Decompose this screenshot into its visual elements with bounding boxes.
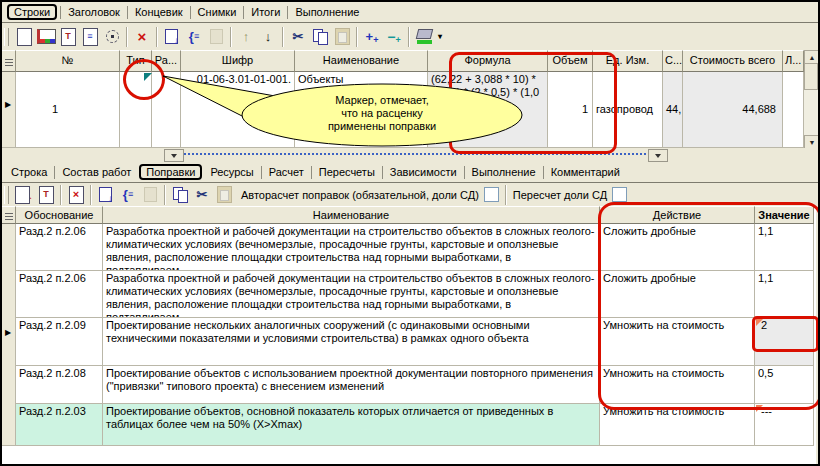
apply-correction-icon[interactable]: ► [13,184,35,206]
cell-name[interactable]: Разработка проектной и рабочей документа… [103,271,600,318]
column-header-name2[interactable]: Наименование [103,206,600,224]
cell-volume[interactable]: 1 [548,72,593,148]
move-down-icon[interactable]: ↓ [257,26,279,48]
cell-basis[interactable]: Разд.2 п.2.09 [16,318,103,366]
scrollbar-thumb[interactable] [804,63,818,90]
column-header-volume[interactable]: Объем [548,50,593,72]
fill-color-icon[interactable] [413,26,435,48]
tab-itogi[interactable]: Итоги [245,4,286,20]
parameters-document-icon[interactable]: ≡ [79,26,101,48]
delete-row-icon[interactable]: × [131,26,153,48]
tab-sostav-rabot[interactable]: Состав работ [56,164,137,180]
toolbar-separator [408,27,410,47]
autocalc-checkbox[interactable] [484,187,499,202]
cell-basis[interactable]: Разд.2 п.2.03 [16,404,103,446]
paste-icon[interactable] [331,26,353,48]
splitter-collapse-right-icon[interactable] [648,149,668,162]
delete-correction-icon[interactable]: × [65,184,87,206]
tab-resursy[interactable]: Ресурсы [204,164,259,180]
cut-icon[interactable]: ✂ [287,26,309,48]
cell-value[interactable]: 0,5 [755,366,814,404]
column-header-type[interactable]: Тип [120,50,152,72]
column-header-value[interactable]: Значение [755,206,814,224]
cell-action[interactable]: Умножить на стоимость [600,366,755,404]
tab-koncevik[interactable]: Концевик [129,4,189,20]
insert-block-icon[interactable]: {≡ [117,184,139,206]
tab-zavisimosti[interactable]: Зависимости [384,164,463,180]
row-indicator-icon [5,59,13,67]
tab-stroka[interactable]: Строка [5,164,53,180]
toolbar-separator [126,27,128,47]
column-header-l[interactable]: Л... [783,50,804,72]
column-header-total[interactable]: Стоимость всего [683,50,783,72]
paste-icon[interactable] [213,184,235,206]
tab-separator [382,166,383,179]
cell-name[interactable]: Проектирование нескольких аналогичных со… [103,318,600,366]
cut-icon[interactable]: ✂ [191,184,213,206]
tab-snimki[interactable]: Снимки [192,4,243,20]
tab-raschet[interactable]: Расчет [263,164,310,180]
cell-type[interactable] [120,72,152,148]
column-header-action[interactable]: Действие [600,206,755,224]
tab-zagolovok[interactable]: Заголовок [62,4,126,20]
cell-basis[interactable]: Разд.2 п.2.08 [16,366,103,404]
cell-value[interactable]: 2 [755,318,814,366]
toolbar-grip[interactable] [4,28,9,46]
tab-vypolnenie[interactable]: Выполнение [289,4,365,20]
duplicate-row-icon[interactable] [205,26,227,48]
row-indicator-icon [5,213,13,221]
cell-value[interactable]: 1,1 [755,271,814,318]
cell-num[interactable]: 1 [16,72,120,148]
goto-position-icon[interactable] [101,26,123,48]
tab-stroki[interactable]: Строки [7,4,57,20]
tab-separator [543,166,544,179]
cell-value[interactable]: --- [755,404,814,446]
cell-name[interactable]: Разработка проектной и рабочей документа… [103,224,600,271]
text-editor-icon[interactable]: T [35,184,57,206]
tab-vypolnenie-detail[interactable]: Выполнение [466,164,542,180]
cell-name[interactable]: Проектирование объектов, основной показа… [103,404,600,446]
cell-action[interactable]: Умножить на стоимость [600,404,755,446]
column-header-unit[interactable]: Ед. Изм. [593,50,663,72]
recalc-checkbox[interactable] [612,187,627,202]
cell-unit[interactable]: газопровод [593,72,663,148]
tab-pereschety[interactable]: Пересчеты [313,164,381,180]
tab-popravki[interactable]: Поправки [139,164,202,180]
column-header-s[interactable]: С... [663,50,683,72]
toolbar-separator [505,185,507,205]
insert-row-icon[interactable]: ↓ [95,184,117,206]
cell-action[interactable]: Сложить дробные [600,224,755,271]
row-indicator-header[interactable] [2,206,16,224]
tab-kommentariy[interactable]: Комментарий [545,164,626,180]
cell-total[interactable]: 44,688 [683,72,783,148]
cell-action[interactable]: Умножить на стоимость [600,318,755,366]
copy-icon[interactable] [169,184,191,206]
toolbar-separator [356,27,358,47]
toolbar-grip[interactable] [4,186,9,204]
text-editor-icon[interactable]: T [57,26,79,48]
insert-block-icon[interactable]: {≡ [183,26,205,48]
column-header-basis[interactable]: Обоснование [16,206,103,224]
row-indicator-cell[interactable] [2,72,16,148]
new-document-icon[interactable] [13,26,35,48]
cell-action[interactable]: Сложить дробные [600,271,755,318]
copy-icon[interactable] [309,26,331,48]
duplicate-row-icon[interactable] [139,184,161,206]
note-flag-icon [756,319,763,326]
cell-l[interactable] [783,72,804,148]
current-row-arrow-icon: ▶ [5,328,11,337]
cell-basis[interactable]: Разд.2 п.2.06 [16,224,103,271]
row-indicator-header[interactable] [2,50,16,72]
insert-row-icon[interactable]: ↓ [161,26,183,48]
callout-balloon: Маркер, отмечает, что на расценку примен… [150,60,530,152]
fill-color-dropdown-icon[interactable]: ▾ [435,26,445,48]
normative-base-icon[interactable] [35,26,57,48]
cell-basis[interactable]: Разд.2 п.2.06 [16,271,103,318]
cell-name[interactable]: Проектирование объектов с использованием… [103,366,600,404]
add-correction-icon[interactable]: ++ [361,26,383,48]
cell-value[interactable]: 1,1 [755,224,814,271]
column-header-num[interactable]: № [16,50,120,72]
move-up-icon[interactable]: ↑ [235,26,257,48]
remove-correction-icon[interactable]: −+ [383,26,405,48]
cell-s[interactable]: 44, [663,72,683,148]
